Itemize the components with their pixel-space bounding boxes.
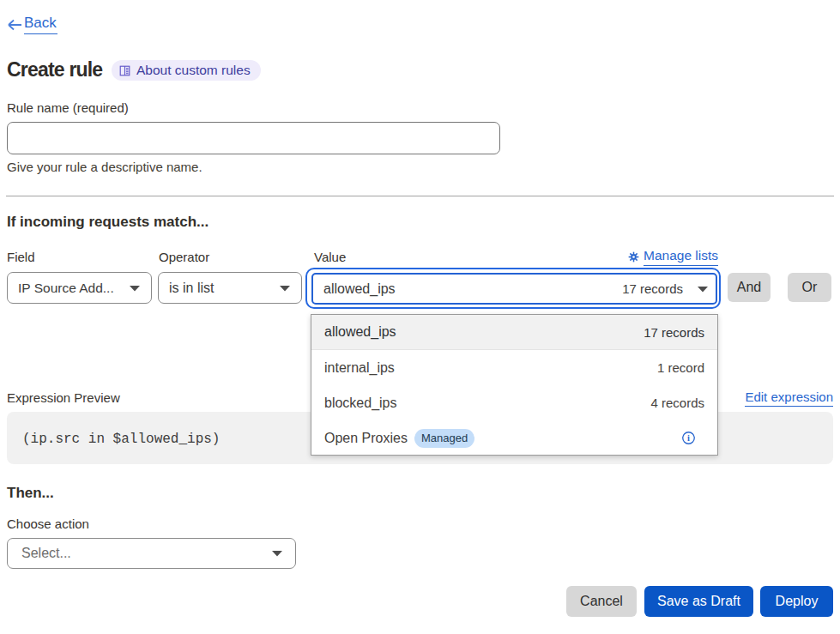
svg-text:i: i bbox=[687, 433, 690, 443]
